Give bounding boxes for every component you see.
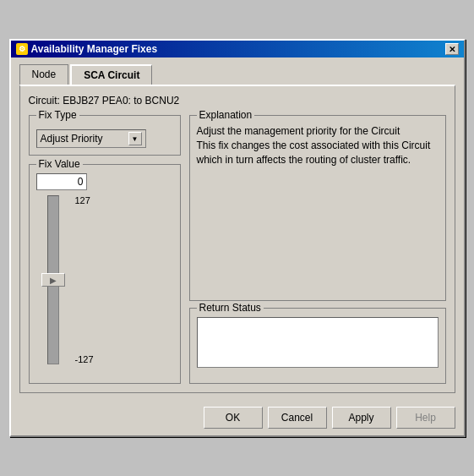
tab-sca-circuit[interactable]: SCA Circuit	[70, 64, 152, 85]
return-status-box: Return Status	[189, 308, 446, 384]
button-bar: OK Cancel Apply Help	[11, 400, 464, 435]
slider-labels: 127 -127	[75, 195, 94, 364]
fix-type-dropdown[interactable]: Adjust Priority ▼	[36, 129, 146, 148]
fix-type-group: Fix Type Adjust Priority ▼	[29, 115, 181, 156]
ok-button[interactable]: OK	[204, 407, 263, 429]
fix-type-title: Fix Type	[36, 109, 79, 121]
slider-track-container: ▶	[36, 195, 70, 364]
explanation-text: Adjust the management priority for the C…	[197, 124, 439, 167]
close-button[interactable]: ✕	[445, 43, 459, 55]
main-area: Fix Type Adjust Priority ▼ Fix Value	[29, 115, 446, 384]
return-status-value	[197, 317, 439, 368]
right-panel: Explanation Adjust the management priori…	[189, 115, 446, 384]
return-status-title: Return Status	[197, 302, 264, 314]
circuit-label: Circuit: EBJB27 PEA0: to BCNU2	[29, 95, 446, 107]
fix-value-group: Fix Value ▶ 127	[29, 164, 181, 384]
titlebar-left: ⚙ Availability Manager Fixes	[16, 43, 158, 55]
dropdown-arrow-icon: ▼	[128, 132, 142, 145]
slider-thumb[interactable]: ▶	[41, 273, 65, 287]
slider-area: ▶ 127 -127	[36, 195, 173, 364]
slider-max-label: 127	[75, 195, 94, 205]
fix-type-dropdown-container: Adjust Priority ▼	[36, 129, 173, 148]
tab-node[interactable]: Node	[19, 64, 69, 85]
explanation-box: Explanation Adjust the management priori…	[189, 115, 446, 301]
cancel-button[interactable]: Cancel	[268, 407, 327, 429]
fix-value-title: Fix Value	[36, 158, 83, 170]
explanation-line1: Adjust the management priority for the C…	[197, 125, 400, 137]
app-icon: ⚙	[16, 43, 28, 55]
slider-track[interactable]: ▶	[47, 195, 59, 364]
window-title: Availability Manager Fixes	[31, 43, 158, 55]
explanation-line2: This fix changes the cost associated wit…	[197, 140, 431, 166]
titlebar: ⚙ Availability Manager Fixes ✕	[11, 41, 464, 57]
fix-type-selected: Adjust Priority	[41, 133, 103, 145]
apply-button[interactable]: Apply	[332, 407, 391, 429]
fix-value-input[interactable]	[36, 173, 87, 190]
slider-min-label: -127	[75, 354, 94, 364]
tab-bar: Node SCA Circuit	[19, 64, 455, 85]
help-button[interactable]: Help	[396, 407, 455, 429]
slider-thumb-icon: ▶	[50, 276, 57, 285]
explanation-title: Explanation	[197, 109, 255, 121]
left-panel: Fix Type Adjust Priority ▼ Fix Value	[29, 115, 181, 384]
main-window: ⚙ Availability Manager Fixes ✕ Node SCA …	[9, 39, 466, 437]
tab-content-sca-circuit: Circuit: EBJB27 PEA0: to BCNU2 Fix Type …	[19, 85, 455, 393]
content-area: Node SCA Circuit Circuit: EBJB27 PEA0: t…	[11, 57, 464, 400]
